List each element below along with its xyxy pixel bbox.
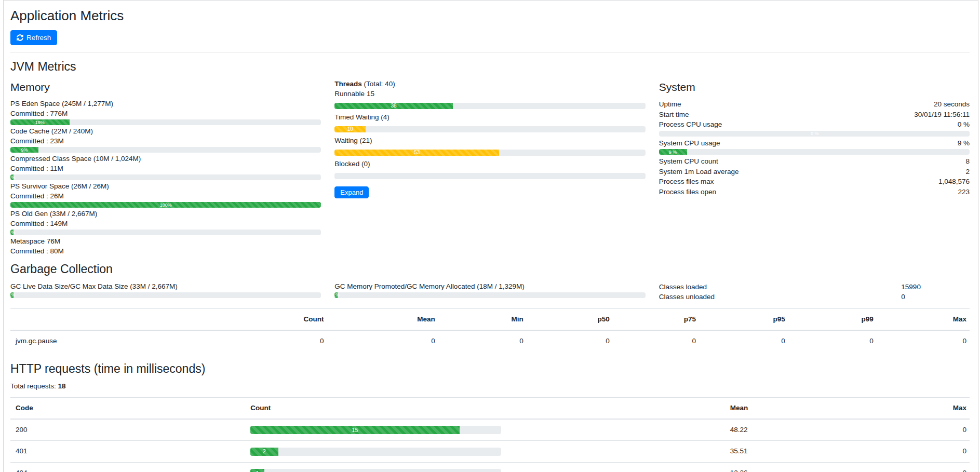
progress-fill [334, 173, 645, 179]
count-bar-wrap: 2 [250, 448, 501, 456]
http-code-cell: 401 [10, 441, 247, 462]
http-table: CodeCountMeanMax 2001548.220401235.51040… [10, 397, 970, 472]
memory-metric: Compressed Class Space (10M / 1,024M)Com… [10, 154, 321, 180]
threads-total: (Total: 40) [362, 80, 395, 88]
progress-bar: 53 [334, 150, 645, 156]
system-row: Start time30/01/19 11:56:11 [659, 110, 970, 120]
total-requests-label: Total requests: [10, 382, 56, 390]
gc-live-bar-slot: 1% [10, 292, 321, 298]
http-count-cell: 2 [247, 441, 727, 462]
system-value: 223 [958, 187, 970, 197]
column-header: Code [10, 398, 247, 420]
expand-button[interactable]: Expand [334, 186, 369, 198]
page: Application Metrics Refresh JVM Metrics … [3, 0, 978, 472]
system-heading: System [659, 80, 970, 95]
column-header [10, 308, 236, 330]
system-label: System 1m Load average [659, 167, 739, 177]
memory-metric: Code Cache (22M / 240M)Committed : 23M9% [10, 127, 321, 153]
progress-fill: 2 [250, 448, 278, 456]
column-header: Count [236, 308, 327, 330]
system-label: System CPU usage [659, 138, 720, 149]
metric-name-cell: jvm.gc.pause [10, 330, 236, 352]
system-value: 1,048,576 [938, 177, 970, 187]
table-row: 401235.510 [10, 441, 970, 462]
table-row: 2001548.220 [10, 419, 970, 441]
column-header: Mean [727, 398, 864, 420]
metric-committed: Committed : 26M [10, 192, 321, 201]
system-list: Uptime20 secondsStart time30/01/19 11:56… [659, 99, 970, 197]
system-label: Uptime [659, 99, 681, 110]
divider [10, 52, 970, 52]
gc-table: CountMeanMinp50p75p95p99Max jvm.gc.pause… [10, 308, 970, 352]
refresh-label: Refresh [26, 34, 51, 42]
progress-fill: 10 [334, 126, 366, 132]
refresh-icon [17, 34, 23, 41]
refresh-button[interactable]: Refresh [10, 30, 57, 45]
metric-label: PS Old Gen (33M / 2,667M) [10, 209, 321, 219]
metric-label: Blocked (0) [334, 159, 645, 169]
progress-fill: 1% [334, 292, 338, 298]
http-mean-cell: 35.51 [727, 441, 864, 462]
table-cell: 0 [327, 330, 438, 352]
progress-fill: 0 % [659, 131, 970, 137]
http-count-cell: 15 [247, 419, 727, 441]
progress-bar: 100% [10, 202, 321, 208]
metric-label: PS Eden Space (245M / 1,277M) [10, 99, 321, 109]
table-cell: 0 [527, 330, 613, 352]
progress-bar: 9 % [659, 149, 970, 155]
http-table-body: 2001548.220401235.510404113.360 [10, 419, 970, 472]
jvm-grid: Memory PS Eden Space (245M / 1,277M)Comm… [10, 79, 970, 256]
progress-fill: 15 [250, 426, 459, 434]
metric-committed: Committed : 776M [10, 109, 321, 119]
metric-committed: Committed : 23M [10, 137, 321, 146]
memory-metric: PS Old Gen (33M / 2,667M)Committed : 149… [10, 209, 321, 235]
http-count-cell: 1 [247, 462, 727, 472]
table-cell: 0 [613, 330, 699, 352]
threads-list: Runnable 1538Timed Waiting (4)10Waiting … [334, 89, 645, 179]
gc-classes: Classes loaded15990Classes unloaded0 [659, 282, 970, 302]
progress-fill: 1% [10, 174, 14, 180]
system-row: System CPU count8 [659, 156, 970, 167]
memory-metric: PS Survivor Space (26M / 26M)Committed :… [10, 182, 321, 208]
system-row: Uptime20 seconds [659, 99, 970, 110]
table-cell: 0 [788, 330, 877, 352]
count-bar-wrap: 15 [250, 426, 501, 434]
metric-label: Runnable 15 [334, 89, 645, 99]
http-heading: HTTP requests (time in milliseconds) [10, 361, 970, 377]
system-label: Process CPU usage [659, 119, 722, 130]
http-max-cell: 0 [864, 441, 970, 462]
gc-table-body: jvm.gc.pause00000000 [10, 330, 970, 352]
progress-bar: 1 [250, 469, 501, 472]
progress-bar [334, 173, 645, 179]
system-value: 8 [965, 156, 970, 167]
table-cell: 0 [438, 330, 527, 352]
table-cell: 0 [699, 330, 788, 352]
progress-fill: 19% [10, 119, 70, 125]
http-mean-cell: 13.36 [727, 462, 864, 472]
progress-fill: 1% [10, 230, 14, 235]
total-requests-value: 18 [58, 382, 66, 390]
system-label: Process files max [659, 177, 714, 187]
system-row: System 1m Load average2 [659, 167, 970, 177]
progress-bar: 2 [250, 448, 501, 456]
classes-value: 15990 [901, 282, 970, 292]
column-header: Mean [327, 308, 438, 330]
progress-fill: 53 [334, 150, 499, 156]
thread-metric: Runnable 1538 [334, 89, 645, 109]
metric-label: Compressed Class Space (10M / 1,024M) [10, 154, 321, 164]
metric-label: GC Live Data Size/GC Max Data Size (33M … [10, 282, 321, 292]
classes-value: 0 [901, 292, 970, 302]
column-header: p95 [699, 308, 788, 330]
system-value: 30/01/19 11:56:11 [914, 110, 970, 120]
system-column: System Uptime20 secondsStart time30/01/1… [659, 79, 970, 256]
classes-label: Classes loaded [659, 282, 902, 292]
progress-bar: 15 [250, 426, 501, 434]
metric-label: Metaspace 76M [10, 237, 321, 247]
toolbar: Refresh [10, 30, 970, 45]
metric-label: Code Cache (22M / 240M) [10, 127, 321, 137]
threads-title: Threads (Total: 40) [334, 79, 645, 89]
memory-list: PS Eden Space (245M / 1,277M)Committed :… [10, 99, 321, 256]
system-value: 2 [965, 167, 970, 177]
system-label: System CPU count [659, 156, 718, 167]
progress-bar: 1% [10, 292, 321, 298]
